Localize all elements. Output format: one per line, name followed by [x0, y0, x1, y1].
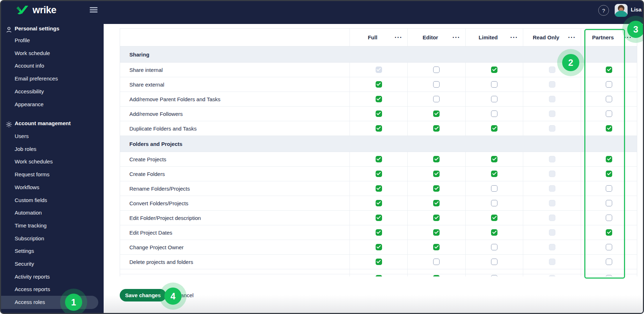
permission-checkbox[interactable] [491, 185, 497, 192]
permission-checkbox[interactable] [606, 111, 612, 117]
permission-checkbox[interactable] [491, 67, 497, 73]
permission-checkbox[interactable] [606, 200, 612, 206]
permission-checkbox[interactable] [376, 200, 382, 206]
permission-checkbox[interactable] [491, 81, 497, 88]
sidebar-item-access-reports[interactable]: Access reports [1, 283, 104, 296]
wrike-logo[interactable]: wrike [16, 5, 56, 16]
permission-checkbox[interactable] [376, 81, 382, 88]
permission-checkbox[interactable] [433, 81, 440, 88]
permission-checkbox[interactable] [491, 259, 497, 265]
permission-checkbox[interactable] [433, 171, 440, 177]
annotation-badge-4: 4 [164, 288, 182, 305]
cell-cutoff [581, 269, 637, 276]
sidebar-item-settings[interactable]: Settings [1, 245, 104, 257]
permission-checkbox[interactable] [376, 96, 382, 102]
cell-read-only [523, 77, 581, 92]
permission-checkbox [549, 185, 555, 192]
permission-checkbox[interactable] [606, 96, 612, 102]
sidebar-item-automation[interactable]: Automation [1, 206, 104, 219]
sidebar-item-subscription[interactable]: Subscription [1, 232, 104, 245]
permission-checkbox[interactable] [491, 96, 497, 102]
permission-checkbox[interactable] [433, 244, 440, 250]
column-header-label: Read Only [533, 34, 559, 40]
sidebar-item-accessibility[interactable]: Accessibility [1, 85, 104, 98]
column-header-label: Editor [423, 34, 438, 40]
column-menu-icon[interactable]: ··· [510, 36, 518, 39]
sidebar-item-work-schedules[interactable]: Work schedules [1, 155, 104, 168]
column-menu-icon[interactable]: ··· [568, 36, 576, 39]
permission-checkbox[interactable] [491, 156, 497, 162]
save-button[interactable]: Save changes [120, 289, 166, 301]
sidebar-item-appearance[interactable]: Appearance [1, 98, 104, 111]
permission-checkbox[interactable] [491, 215, 497, 221]
permission-checkbox[interactable] [433, 229, 440, 236]
permission-checkbox[interactable] [433, 96, 440, 102]
annotation-badge-1: 1 [65, 294, 82, 311]
permission-checkbox[interactable] [376, 215, 382, 221]
permission-checkbox[interactable] [491, 111, 497, 117]
permission-checkbox[interactable] [433, 215, 440, 221]
permission-checkbox[interactable] [491, 125, 497, 132]
permission-checkbox[interactable] [606, 215, 612, 221]
sidebar-item-request-forms[interactable]: Request forms [1, 168, 104, 181]
permission-checkbox[interactable] [376, 185, 382, 192]
permission-checkbox[interactable] [376, 259, 382, 265]
permission-checkbox[interactable] [433, 125, 440, 132]
sidebar-item-job-roles[interactable]: Job roles [1, 143, 104, 156]
permission-checkbox[interactable] [433, 67, 440, 73]
hamburger-menu-icon[interactable] [90, 7, 98, 13]
permission-checkbox[interactable] [491, 171, 497, 177]
permission-checkbox[interactable] [376, 229, 382, 236]
permission-checkbox[interactable] [491, 200, 497, 206]
sidebar-item-custom-fields[interactable]: Custom fields [1, 194, 104, 207]
cell-full [350, 211, 407, 225]
sidebar-item-user-types[interactable]: User types [1, 309, 104, 314]
permission-checkbox[interactable] [606, 81, 612, 88]
row-label: Edit Project Dates [120, 225, 350, 240]
permission-checkbox[interactable] [606, 156, 612, 162]
permission-checkbox[interactable] [433, 156, 440, 162]
permission-checkbox[interactable] [433, 111, 440, 117]
column-menu-icon[interactable]: ··· [452, 36, 460, 39]
cell-editor [407, 107, 465, 121]
permission-checkbox[interactable] [376, 111, 382, 117]
permission-checkbox[interactable] [433, 259, 440, 265]
permission-checkbox[interactable] [606, 185, 612, 192]
permission-checkbox[interactable] [491, 244, 497, 250]
permission-checkbox[interactable] [606, 171, 612, 177]
sidebar-item-work-schedule[interactable]: Work schedule [1, 47, 104, 60]
permission-checkbox[interactable] [376, 171, 382, 177]
sidebar-item-access-roles[interactable]: Access roles [1, 296, 98, 309]
sidebar-section-personal-settings[interactable]: Personal settings [1, 22, 104, 35]
permission-checkbox[interactable] [376, 244, 382, 250]
sidebar-item-activity-reports[interactable]: Activity reports [1, 270, 104, 283]
sidebar-item-email-preferences[interactable]: Email preferences [1, 72, 104, 85]
help-icon[interactable]: ? [598, 5, 609, 16]
sidebar-item-time-tracking[interactable]: Time tracking [1, 219, 104, 232]
permission-checkbox[interactable] [606, 259, 612, 265]
permission-checkbox[interactable] [433, 185, 440, 192]
permission-checkbox[interactable] [606, 125, 612, 132]
sidebar-item-workflows[interactable]: Workflows [1, 181, 104, 194]
permission-checkbox[interactable] [491, 229, 497, 236]
table-row-share-internal: Share internal [120, 63, 637, 77]
row-label: Rename Folders/Projects [120, 181, 350, 196]
avatar[interactable] [615, 4, 628, 17]
sidebar-section-account-management[interactable]: Account management [1, 117, 104, 130]
permission-checkbox[interactable] [376, 125, 382, 132]
permission-checkbox [549, 229, 555, 236]
permission-checkbox[interactable] [606, 67, 612, 73]
permission-checkbox[interactable] [376, 156, 382, 162]
cell-cutoff [523, 269, 581, 276]
sidebar-item-security[interactable]: Security [1, 257, 104, 270]
row-label: Create Projects [120, 152, 350, 166]
sidebar-item-profile[interactable]: Profile [1, 34, 104, 47]
column-menu-icon[interactable]: ··· [395, 36, 402, 39]
column-header-label: Limited [479, 34, 497, 40]
permissions-table: Full···Editor···Limited···Read Only···Pa… [120, 28, 637, 276]
permission-checkbox[interactable] [433, 200, 440, 206]
sidebar-item-account-info[interactable]: Account info [1, 59, 104, 72]
sidebar-item-users[interactable]: Users [1, 130, 104, 143]
permission-checkbox[interactable] [606, 244, 612, 250]
permission-checkbox[interactable] [606, 229, 612, 236]
